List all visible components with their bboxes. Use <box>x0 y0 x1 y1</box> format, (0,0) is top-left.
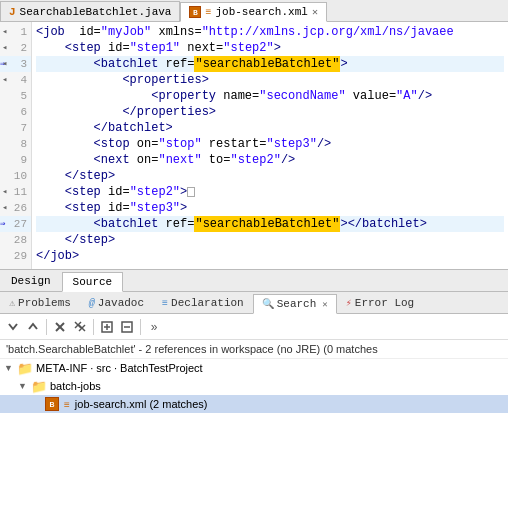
code-line-5: <property name="secondName" value="A"/> <box>36 88 504 104</box>
problems-label: Problems <box>18 297 71 309</box>
remove-all-button[interactable] <box>71 318 89 336</box>
code-line-4: <properties> <box>36 72 504 88</box>
search-status-text: 'batch.SearchableBatchlet' - 2 reference… <box>6 343 378 355</box>
design-tab[interactable]: Design <box>0 271 62 291</box>
problems-tab[interactable]: ⚠ Problems <box>0 293 80 313</box>
search-status: 'batch.SearchableBatchlet' - 2 reference… <box>0 340 508 359</box>
batch-jobs-label: batch-jobs <box>50 380 101 392</box>
xml-file-type-icon: ≡ <box>64 399 70 410</box>
design-tab-label: Design <box>11 275 51 287</box>
xml-file-chevron <box>32 399 42 409</box>
xml-tab-close[interactable]: ✕ <box>312 6 318 18</box>
code-line-9: <next on="next" to="step2"/> <box>36 152 504 168</box>
java-file-tab[interactable]: J SearchableBatchlet.java <box>0 1 180 21</box>
code-line-3: <batchlet ref=​"searchableBatchlet"> <box>36 56 504 72</box>
declaration-label: Declaration <box>171 297 244 309</box>
code-line-8: <stop on="stop" restart="step3"/> <box>36 136 504 152</box>
java-tab-label: SearchableBatchlet.java <box>20 6 172 18</box>
xml-tab-label: job-search.xml <box>215 6 307 18</box>
code-line-11: <step id="step2"> <box>36 184 504 200</box>
javadoc-label: Javadoc <box>98 297 144 309</box>
gutter-4: ◂4 <box>0 72 31 88</box>
declaration-icon: ≡ <box>162 298 168 309</box>
gutter-29: 29 <box>0 248 31 264</box>
line-numbers: ◂1 ◂2 ⇒◂3 ◂4 5 6 7 8 9 10 ◂11 ◂26 ⇒27 28… <box>0 22 32 269</box>
code-editor: ◂1 ◂2 ⇒◂3 ◂4 5 6 7 8 9 10 ◂11 ◂26 ⇒27 28… <box>0 22 508 270</box>
chevron-down-icon-2: ▼ <box>18 381 28 391</box>
gutter-26: ◂26 <box>0 200 31 216</box>
xml-file-icon: ≡ <box>205 7 211 18</box>
toolbar-separator-3 <box>140 319 141 335</box>
java-icon: J <box>9 6 16 18</box>
source-tab-label: Source <box>73 276 113 288</box>
tree-item-job-search-xml[interactable]: B ≡ job-search.xml (2 matches) <box>0 395 508 413</box>
code-content[interactable]: <job id="myJob" xmlns="http://xmlns.jcp.… <box>32 22 508 269</box>
gutter-5: 5 <box>0 88 31 104</box>
view-tab-bar: Design Source <box>0 270 508 292</box>
gutter-27: ⇒27 <box>0 216 31 232</box>
job-search-xml-label: job-search.xml (2 matches) <box>75 398 208 410</box>
xml-file-tab[interactable]: B ≡ job-search.xml ✕ <box>180 2 326 22</box>
folder-icon: 📁 <box>17 361 33 376</box>
search-toolbar: » <box>0 314 508 340</box>
code-line-29: </job> <box>36 248 504 264</box>
code-line-2: <step id="step1" next="step2"> <box>36 40 504 56</box>
toolbar-separator-2 <box>93 319 94 335</box>
gutter-6: 6 <box>0 104 31 120</box>
gutter-28: 28 <box>0 232 31 248</box>
code-line-27: <batchlet ref=​"searchableBatchlet"></ba… <box>36 216 504 232</box>
next-match-button[interactable] <box>4 318 22 336</box>
search-tab[interactable]: 🔍 Search ✕ <box>253 294 337 314</box>
editor-tab-bar: J SearchableBatchlet.java B ≡ job-search… <box>0 0 508 22</box>
gutter-1: ◂1 <box>0 24 31 40</box>
gutter-9: 9 <box>0 152 31 168</box>
code-line-6: </properties> <box>36 104 504 120</box>
search-tab-close[interactable]: ✕ <box>322 299 327 310</box>
expand-all-button[interactable] <box>98 318 116 336</box>
errorlog-icon: ⚡ <box>346 297 352 309</box>
search-tab-label: Search <box>277 298 317 310</box>
javadoc-icon: @ <box>89 298 95 309</box>
gutter-8: 8 <box>0 136 31 152</box>
gutter-7: 7 <box>0 120 31 136</box>
code-line-26: <step id="step3"> <box>36 200 504 216</box>
more-options-button[interactable]: » <box>145 318 163 336</box>
chevron-down-icon: ▼ <box>4 363 14 373</box>
errorlog-label: Error Log <box>355 297 414 309</box>
xml-badge-icon: B <box>189 6 201 18</box>
gutter-11: ◂11 <box>0 184 31 200</box>
search-panel: » 'batch.SearchableBatchlet' - 2 referen… <box>0 314 508 518</box>
errorlog-tab[interactable]: ⚡ Error Log <box>337 293 423 313</box>
remove-match-button[interactable] <box>51 318 69 336</box>
javadoc-tab[interactable]: @ Javadoc <box>80 293 153 313</box>
gutter-10: 10 <box>0 168 31 184</box>
declaration-tab[interactable]: ≡ Declaration <box>153 293 253 313</box>
collapse-all-button[interactable] <box>118 318 136 336</box>
tree-item-meta-inf[interactable]: ▼ 📁 META-INF · src · BatchTestProject <box>0 359 508 377</box>
meta-inf-label: META-INF · src · BatchTestProject <box>36 362 203 374</box>
prev-match-button[interactable] <box>24 318 42 336</box>
problems-icon: ⚠ <box>9 297 15 309</box>
code-line-1: <job id="myJob" xmlns="http://xmlns.jcp.… <box>36 24 504 40</box>
search-tab-icon: 🔍 <box>262 298 274 310</box>
tree-item-batch-jobs[interactable]: ▼ 📁 batch-jobs <box>0 377 508 395</box>
gutter-2: ◂2 <box>0 40 31 56</box>
code-line-10: </step> <box>36 168 504 184</box>
toolbar-separator-1 <box>46 319 47 335</box>
code-line-7: </batchlet> <box>36 120 504 136</box>
source-tab[interactable]: Source <box>62 272 124 292</box>
bottom-tab-bar: ⚠ Problems @ Javadoc ≡ Declaration 🔍 Sea… <box>0 292 508 314</box>
batch-jobs-folder-icon: 📁 <box>31 379 47 394</box>
gutter-3: ⇒◂3 <box>0 56 31 72</box>
code-line-28: </step> <box>36 232 504 248</box>
horizontal-scrollbar[interactable] <box>0 269 508 270</box>
search-results-tree[interactable]: ▼ 📁 META-INF · src · BatchTestProject ▼ … <box>0 359 508 518</box>
xml-file-badge-icon: B <box>45 397 59 411</box>
